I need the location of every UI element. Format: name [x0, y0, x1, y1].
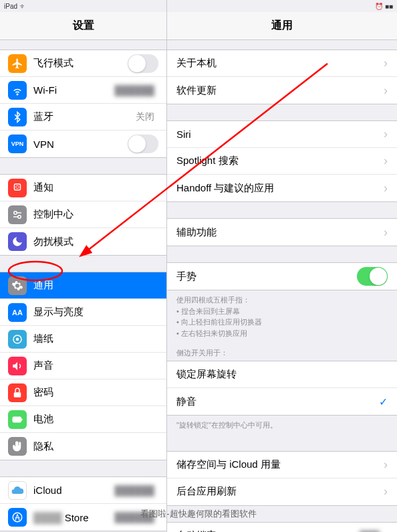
sidebar-label: 声音: [33, 359, 158, 372]
chevron-right-icon: ›: [384, 181, 388, 195]
sidebar-label: 控制中心: [33, 208, 158, 221]
setting-label: 自动锁定: [176, 529, 360, 532]
setting-row[interactable]: 静音✓: [167, 388, 397, 415]
check-icon: ✓: [379, 395, 388, 408]
setting-row[interactable]: Siri›: [167, 121, 397, 148]
text-icon: AA: [8, 303, 27, 322]
wallpaper-icon: [8, 330, 27, 349]
setting-label: 关于本机: [176, 57, 384, 70]
battery-icon: [8, 410, 27, 429]
moon-icon: [8, 232, 27, 251]
wifi-status-icon: ᯤ: [20, 3, 27, 10]
sidebar-label: ████ Store: [33, 512, 114, 523]
sidebar-scroll[interactable]: 飞行模式Wi-Fi██████蓝牙关闭VPNVPN通知控制中心勿扰模式通用AA显…: [0, 40, 166, 532]
status-bar-right: ⏰ ■■: [167, 0, 397, 12]
svg-point-2: [16, 185, 19, 189]
wifi-icon: [8, 81, 27, 100]
setting-row[interactable]: Spotlight 搜索›: [167, 148, 397, 175]
setting-label: Spotlight 搜索: [176, 155, 384, 167]
chevron-right-icon: ›: [384, 127, 388, 141]
setting-row[interactable]: 软件更新›: [167, 77, 397, 104]
toggle-switch[interactable]: [128, 135, 158, 153]
sidebar-item-passcode[interactable]: 密码: [0, 379, 166, 406]
svg-point-3: [14, 211, 17, 214]
svg-rect-10: [13, 417, 21, 422]
sidebar-label: 通知: [33, 181, 158, 194]
sidebar-label: 勿扰模式: [33, 236, 158, 248]
setting-label: Handoff 与建议的应用: [176, 182, 384, 195]
setting-row[interactable]: 储存空间与 iCloud 用量›: [167, 452, 397, 478]
sidebar-item-general[interactable]: 通用: [0, 272, 166, 299]
setting-row[interactable]: 后台应用刷新›: [167, 478, 397, 505]
sidebar-item-dnd[interactable]: 勿扰模式: [0, 228, 166, 255]
setting-row[interactable]: 关于本机›: [167, 50, 397, 77]
sidebar-label: 通用: [33, 279, 158, 292]
chevron-right-icon: ›: [384, 458, 388, 472]
setting-row[interactable]: 手势: [167, 263, 397, 290]
lock-icon: [8, 383, 27, 402]
chevron-right-icon: ›: [384, 226, 388, 240]
sidebar-item-display[interactable]: AA显示与亮度: [0, 299, 166, 326]
setting-row[interactable]: 辅助功能›: [167, 219, 397, 246]
setting-row[interactable]: Handoff 与建议的应用›: [167, 175, 397, 201]
toggle-switch[interactable]: [357, 267, 388, 286]
section-header: 侧边开关用于：: [167, 343, 397, 361]
sidebar-label: 显示与亮度: [33, 306, 158, 319]
setting-label: Siri: [176, 128, 384, 140]
sidebar-item-privacy[interactable]: 隐私: [0, 433, 166, 460]
sidebar-value-hidden: ██████: [114, 485, 154, 496]
main-scroll[interactable]: 关于本机›软件更新›Siri›Spotlight 搜索›Handoff 与建议的…: [167, 40, 397, 532]
setting-label: 锁定屏幕旋转: [176, 368, 388, 381]
sidebar-item-wallpaper[interactable]: 墙纸: [0, 326, 166, 353]
sidebar-item-airplane[interactable]: 飞行模式: [0, 50, 166, 77]
svg-point-5: [18, 215, 21, 218]
sidebar-label: 密码: [33, 386, 158, 399]
bell-icon: [8, 179, 27, 197]
switches-icon: [8, 205, 27, 224]
bluetooth-icon: [8, 108, 27, 126]
speaker-icon: [8, 357, 27, 375]
sidebar-label: Wi-Fi: [33, 84, 114, 96]
sidebar-value-hidden: ██████: [114, 85, 154, 96]
vpn-icon: VPN: [8, 135, 27, 153]
chevron-right-icon: ›: [384, 484, 388, 499]
sidebar-label: 蓝牙: [33, 110, 136, 123]
chevron-right-icon: ›: [384, 84, 388, 98]
chevron-right-icon: ›: [384, 529, 388, 532]
status-bar: iPad ᯤ: [0, 0, 166, 12]
setting-label: 软件更新: [176, 84, 384, 97]
svg-rect-9: [14, 392, 21, 397]
cloud-icon: [8, 481, 27, 500]
sidebar-item-battery[interactable]: 电池: [0, 406, 166, 433]
sidebar-label: 电池: [33, 413, 158, 426]
setting-label: 后台应用刷新: [176, 485, 384, 498]
store-icon: [8, 508, 27, 527]
svg-point-12: [13, 513, 22, 522]
airplane-icon: [8, 54, 27, 73]
main-title: 通用: [167, 12, 397, 40]
sidebar-item-icloud[interactable]: iCloud██████: [0, 477, 166, 504]
gear-icon: [8, 276, 27, 295]
toggle-switch[interactable]: [128, 54, 158, 73]
sidebar-label: 墙纸: [33, 333, 158, 345]
chevron-right-icon: ›: [384, 154, 388, 168]
svg-point-8: [16, 337, 19, 341]
setting-label: 辅助功能: [176, 226, 384, 239]
setting-row[interactable]: 自动锁定███›: [167, 523, 397, 533]
sidebar-item-notifications[interactable]: 通知: [0, 175, 166, 201]
sidebar-item-vpn[interactable]: VPNVPN: [0, 130, 166, 157]
sidebar-item-wifi[interactable]: Wi-Fi██████: [0, 77, 166, 104]
section-footer: "旋转锁定"在控制中心中可用。: [167, 416, 397, 435]
section-footer: 使用四根或五根手指：• 捏合来回到主屏幕• 向上轻扫前往应用切换器• 左右轻扫来…: [167, 290, 397, 343]
sidebar-item-controlcenter[interactable]: 控制中心: [0, 201, 166, 228]
device-label: iPad: [4, 3, 17, 10]
sidebar-item-bluetooth[interactable]: 蓝牙关闭: [0, 104, 166, 130]
sidebar-value: 关闭: [136, 111, 154, 123]
sidebar-label: 飞行模式: [33, 57, 128, 70]
setting-row[interactable]: 锁定屏幕旋转: [167, 361, 397, 388]
svg-point-0: [17, 94, 18, 95]
sidebar-item-sounds[interactable]: 声音: [0, 353, 166, 379]
sidebar-label: VPN: [33, 139, 128, 150]
hand-icon: [8, 437, 27, 456]
sidebar-label: 隐私: [33, 440, 158, 453]
